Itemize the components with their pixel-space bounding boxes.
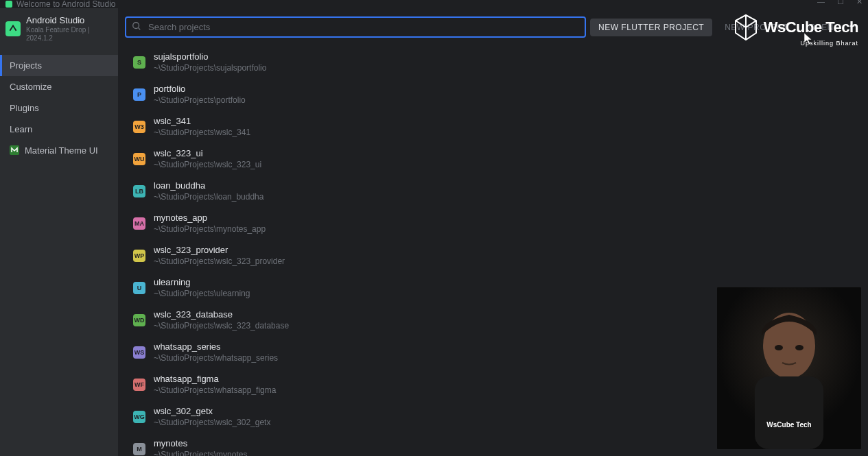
- project-path: ~\StudioProjects\mynotes_app: [154, 224, 266, 234]
- project-info: mynotes_app ~\StudioProjects\mynotes_app: [154, 213, 266, 234]
- sidebar-item-label: Customize: [10, 82, 51, 92]
- project-path: ~\StudioProjects\wslc_341: [154, 128, 250, 137]
- project-path: ~\StudioProjects\whatsapp_series: [154, 353, 278, 363]
- project-name: sujalsportfolio: [154, 51, 266, 62]
- content-area: NEW FLUTTER PROJECT NEW PROJECT OPEN S s…: [118, 8, 868, 456]
- project-info: ulearning ~\StudioProjects\ulearning: [154, 277, 250, 298]
- project-info: wslc_341 ~\StudioProjects\wslc_341: [154, 116, 250, 137]
- project-name: portfolio: [154, 84, 246, 94]
- material-theme-icon: [10, 145, 19, 155]
- more-menu-icon[interactable]: [846, 19, 861, 36]
- project-info: portfolio ~\StudioProjects\portfolio: [154, 84, 246, 105]
- project-info: mynotes ~\StudioProjects\mynotes: [154, 438, 247, 456]
- svg-point-6: [856, 25, 858, 27]
- sidebar-item-material-theme[interactable]: Material Theme UI: [0, 140, 118, 161]
- project-path: ~\StudioProjects\wslc_302_getx: [154, 418, 270, 427]
- sidebar-item-customize[interactable]: Customize: [0, 76, 118, 97]
- project-path: ~\StudioProjects\portfolio: [154, 95, 246, 105]
- titlebar: Welcome to Android Studio — ☐ ✕: [0, 0, 868, 8]
- project-info: sujalsportfolio ~\StudioProjects\sujalsp…: [154, 51, 266, 73]
- project-badge: U: [133, 282, 145, 294]
- project-name: whatsapp_figma: [154, 374, 276, 384]
- project-badge: WF: [133, 379, 145, 391]
- project-item[interactable]: W3 wslc_341 ~\StudioProjects\wslc_341: [125, 110, 861, 143]
- project-item[interactable]: LB loan_buddha ~\StudioProjects\loan_bud…: [125, 175, 861, 207]
- svg-point-0: [7, 23, 19, 35]
- svg-line-3: [139, 27, 141, 29]
- project-name: wslc_323_provider: [154, 245, 285, 255]
- top-bar: NEW FLUTTER PROJECT NEW PROJECT OPEN: [118, 8, 868, 46]
- project-badge: M: [133, 443, 145, 455]
- window-controls[interactable]: — ☐ ✕: [817, 0, 863, 6]
- svg-point-10: [775, 345, 783, 350]
- project-name: loan_buddha: [154, 180, 263, 191]
- project-badge: LB: [133, 185, 145, 197]
- webcam-feed: WsCube Tech: [717, 287, 861, 449]
- webcam-shirt-text: WsCube Tech: [766, 421, 811, 429]
- project-item[interactable]: WU wslc_323_ui ~\StudioProjects\wslc_323…: [125, 143, 861, 175]
- project-name: wslc_341: [154, 116, 250, 126]
- svg-point-11: [795, 345, 804, 350]
- project-name: wslc_323_database: [154, 309, 289, 320]
- new-flutter-project-button[interactable]: NEW FLUTTER PROJECT: [590, 19, 712, 36]
- project-info: wslc_302_getx ~\StudioProjects\wslc_302_…: [154, 406, 270, 427]
- sidebar-item-learn[interactable]: Learn: [0, 119, 118, 140]
- project-path: ~\StudioProjects\wslc_323_database: [154, 321, 289, 331]
- sidebar-item-label: Plugins: [10, 103, 39, 113]
- project-info: wslc_323_ui ~\StudioProjects\wslc_323_ui: [154, 148, 261, 169]
- project-name: ulearning: [154, 277, 250, 287]
- project-name: wslc_323_ui: [154, 148, 261, 158]
- close-icon[interactable]: ✕: [856, 0, 863, 6]
- project-badge: W3: [133, 121, 145, 133]
- webcam-overlay: WsCube Tech: [717, 287, 861, 449]
- svg-rect-9: [755, 376, 823, 449]
- project-item[interactable]: WP wslc_323_provider ~\StudioProjects\ws…: [125, 239, 861, 272]
- sidebar-header: Android Studio Koala Feature Drop | 2024…: [0, 8, 118, 55]
- project-info: whatsapp_series ~\StudioProjects\whatsap…: [154, 341, 278, 363]
- svg-point-2: [133, 22, 139, 28]
- project-name: mynotes: [154, 438, 247, 448]
- project-name: whatsapp_series: [154, 341, 278, 352]
- project-badge: WD: [133, 314, 145, 326]
- android-icon: [5, 1, 12, 8]
- android-studio-logo: [5, 21, 21, 36]
- sidebar-item-label: Projects: [10, 60, 42, 71]
- project-path: ~\StudioProjects\wslc_323_provider: [154, 256, 285, 266]
- project-path: ~\StudioProjects\ulearning: [154, 289, 250, 298]
- project-path: ~\StudioProjects\whatsapp_figma: [154, 385, 276, 395]
- project-path: ~\StudioProjects\wslc_323_ui: [154, 160, 261, 169]
- sidebar-item-label: Material Theme UI: [25, 145, 98, 156]
- project-badge: WU: [133, 153, 145, 165]
- open-button[interactable]: OPEN: [801, 19, 842, 36]
- project-info: wslc_323_provider ~\StudioProjects\wslc_…: [154, 245, 285, 266]
- project-info: whatsapp_figma ~\StudioProjects\whatsapp…: [154, 374, 276, 395]
- app-version: Koala Feature Drop | 2024.1.2: [26, 26, 110, 43]
- project-name: mynotes_app: [154, 213, 266, 223]
- sidebar-nav: Projects Customize Plugins Learn Materia…: [0, 55, 118, 161]
- project-item[interactable]: MA mynotes_app ~\StudioProjects\mynotes_…: [125, 207, 861, 239]
- svg-point-5: [853, 25, 855, 27]
- search-icon: [132, 21, 141, 34]
- project-path: ~\StudioProjects\mynotes: [154, 450, 247, 456]
- project-badge: S: [133, 56, 145, 69]
- sidebar-item-plugins[interactable]: Plugins: [0, 97, 118, 119]
- svg-point-4: [849, 25, 852, 27]
- sidebar: Android Studio Koala Feature Drop | 2024…: [0, 8, 118, 456]
- search-input[interactable]: [125, 16, 586, 38]
- project-badge: WG: [133, 411, 145, 423]
- sidebar-item-label: Learn: [10, 124, 32, 134]
- project-path: ~\StudioProjects\sujalsportfolio: [154, 63, 266, 73]
- project-item[interactable]: S sujalsportfolio ~\StudioProjects\sujal…: [125, 46, 861, 78]
- project-badge: WP: [133, 250, 145, 262]
- minimize-icon[interactable]: —: [817, 0, 825, 6]
- project-info: wslc_323_database ~\StudioProjects\wslc_…: [154, 309, 289, 331]
- search-container: [125, 16, 586, 38]
- maximize-icon[interactable]: ☐: [837, 0, 844, 6]
- project-badge: P: [133, 88, 145, 101]
- sidebar-item-projects[interactable]: Projects: [0, 55, 118, 76]
- project-badge: WS: [133, 346, 145, 359]
- new-project-button[interactable]: NEW PROJECT: [716, 19, 797, 36]
- project-badge: MA: [133, 217, 145, 230]
- project-item[interactable]: P portfolio ~\StudioProjects\portfolio: [125, 78, 861, 110]
- project-path: ~\StudioProjects\loan_buddha: [154, 192, 263, 202]
